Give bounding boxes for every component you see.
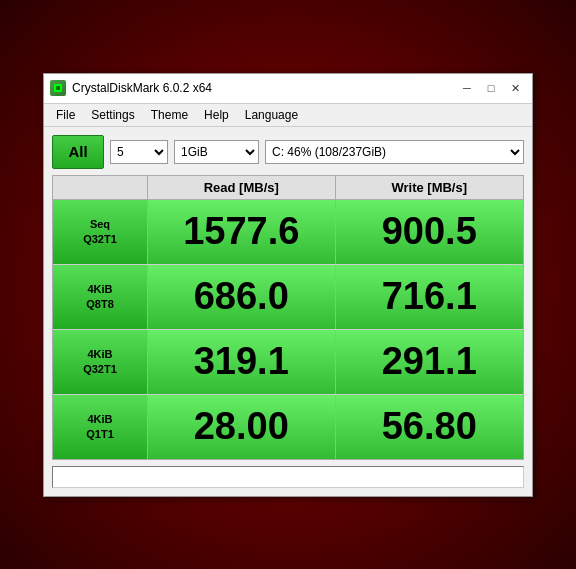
row-label-4kib-q8t8: 4KiBQ8T8 bbox=[53, 265, 148, 329]
menu-settings[interactable]: Settings bbox=[83, 106, 142, 124]
benchmark-table: Read [MB/s] Write [MB/s] SeqQ32T1 1577.6… bbox=[52, 175, 524, 460]
menu-help[interactable]: Help bbox=[196, 106, 237, 124]
table-row: 4KiBQ8T8 686.0 716.1 bbox=[53, 265, 523, 330]
app-icon bbox=[50, 80, 66, 96]
app-window: CrystalDiskMark 6.0.2 x64 ─ □ ✕ File Set… bbox=[43, 73, 533, 497]
table-row: 4KiBQ1T1 28.00 56.80 bbox=[53, 395, 523, 459]
window-title: CrystalDiskMark 6.0.2 x64 bbox=[72, 81, 456, 95]
titlebar: CrystalDiskMark 6.0.2 x64 ─ □ ✕ bbox=[44, 74, 532, 104]
menubar: File Settings Theme Help Language bbox=[44, 104, 532, 127]
status-bar bbox=[52, 466, 524, 488]
row-write-4kib-q32t1: 291.1 bbox=[336, 330, 524, 394]
col-write: Write [MB/s] bbox=[336, 176, 524, 199]
row-label-seq-q32t1: SeqQ32T1 bbox=[53, 200, 148, 264]
minimize-button[interactable]: ─ bbox=[456, 79, 478, 97]
svg-rect-1 bbox=[56, 86, 60, 90]
table-row: 4KiBQ32T1 319.1 291.1 bbox=[53, 330, 523, 395]
row-label-4kib-q32t1: 4KiBQ32T1 bbox=[53, 330, 148, 394]
row-write-seq-q32t1: 900.5 bbox=[336, 200, 524, 264]
menu-file[interactable]: File bbox=[48, 106, 83, 124]
runs-select[interactable]: 5 1 3 9 bbox=[110, 140, 168, 164]
close-button[interactable]: ✕ bbox=[504, 79, 526, 97]
menu-theme[interactable]: Theme bbox=[143, 106, 196, 124]
row-read-4kib-q8t8: 686.0 bbox=[148, 265, 336, 329]
col-label bbox=[53, 176, 148, 199]
menu-language[interactable]: Language bbox=[237, 106, 306, 124]
row-write-4kib-q1t1: 56.80 bbox=[336, 395, 524, 459]
table-header: Read [MB/s] Write [MB/s] bbox=[53, 176, 523, 200]
row-read-4kib-q32t1: 319.1 bbox=[148, 330, 336, 394]
row-read-4kib-q1t1: 28.00 bbox=[148, 395, 336, 459]
main-content: All 5 1 3 9 1GiB 512MiB 2GiB 4GiB C: 46%… bbox=[44, 127, 532, 496]
row-write-4kib-q8t8: 716.1 bbox=[336, 265, 524, 329]
table-row: SeqQ32T1 1577.6 900.5 bbox=[53, 200, 523, 265]
drive-select[interactable]: C: 46% (108/237GiB) bbox=[265, 140, 524, 164]
row-read-seq-q32t1: 1577.6 bbox=[148, 200, 336, 264]
size-select[interactable]: 1GiB 512MiB 2GiB 4GiB bbox=[174, 140, 259, 164]
window-controls: ─ □ ✕ bbox=[456, 79, 526, 97]
controls-row: All 5 1 3 9 1GiB 512MiB 2GiB 4GiB C: 46%… bbox=[52, 135, 524, 169]
maximize-button[interactable]: □ bbox=[480, 79, 502, 97]
all-button[interactable]: All bbox=[52, 135, 104, 169]
row-label-4kib-q1t1: 4KiBQ1T1 bbox=[53, 395, 148, 459]
col-read: Read [MB/s] bbox=[148, 176, 336, 199]
